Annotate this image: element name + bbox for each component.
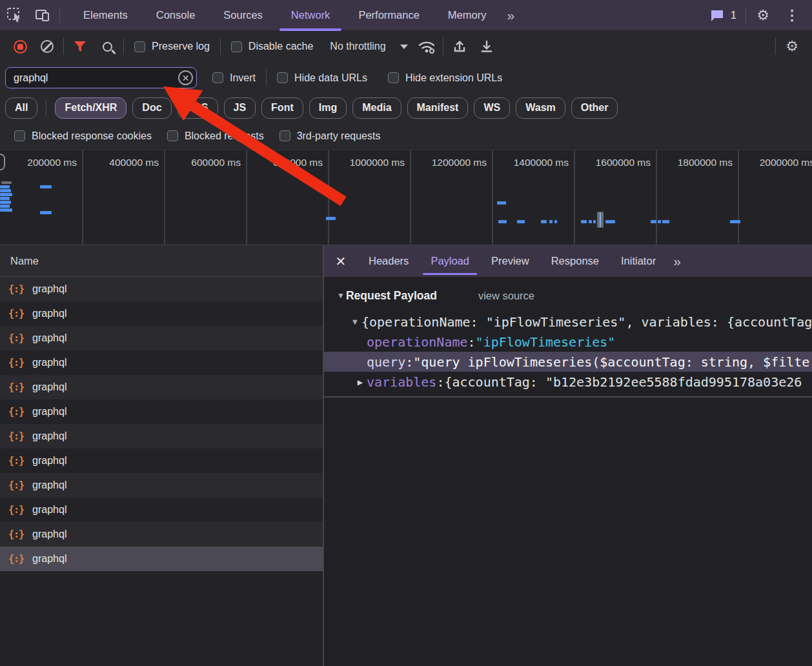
request-timing-bar[interactable]	[549, 220, 553, 223]
request-timing-bar[interactable]	[517, 220, 525, 223]
detail-tab-payload[interactable]: Payload	[420, 245, 480, 277]
checkbox[interactable]	[134, 41, 145, 52]
request-timing-bar[interactable]	[662, 220, 669, 223]
export-har-icon[interactable]	[473, 33, 500, 60]
request-timing-bar[interactable]	[730, 220, 740, 223]
request-timing-bar[interactable]	[0, 205, 10, 208]
device-toolbar-icon[interactable]	[28, 0, 57, 31]
request-timing-bar[interactable]	[593, 220, 596, 223]
request-row[interactable]: {:}graphql	[0, 522, 323, 547]
issues-message-icon[interactable]	[707, 0, 727, 31]
request-row[interactable]: {:}graphql	[0, 277, 323, 301]
request-timing-bar[interactable]	[541, 220, 547, 223]
disable-cache-checkbox[interactable]: Disable cache	[231, 41, 314, 52]
checkbox[interactable]	[212, 72, 223, 83]
record-network-log-button[interactable]	[6, 33, 34, 60]
tab-network[interactable]: Network	[277, 0, 345, 31]
search-icon[interactable]	[94, 33, 121, 60]
issues-count[interactable]: 1	[731, 10, 736, 21]
close-detail-icon[interactable]: ✕	[324, 245, 358, 277]
chip-all[interactable]: All	[5, 97, 37, 119]
request-timing-bar[interactable]	[589, 220, 592, 223]
request-timing-bar[interactable]	[1, 181, 12, 184]
detail-tab-preview[interactable]: Preview	[480, 245, 540, 277]
payload-tree-row[interactable]: query: "query ipFlowTimeseries($accountT…	[324, 352, 812, 372]
request-row[interactable]: {:}graphql	[0, 399, 323, 424]
chip-doc[interactable]: Doc	[132, 97, 171, 119]
detail-tab-headers[interactable]: Headers	[358, 245, 420, 277]
request-timing-bar[interactable]	[497, 201, 506, 205]
detail-tab-initiator[interactable]: Initiator	[610, 245, 667, 277]
overview-left-handle[interactable]	[0, 154, 5, 170]
checkbox[interactable]	[14, 130, 25, 141]
payload-tree-row[interactable]: ▼{operationName: "ipFlowTimeseries", var…	[324, 312, 812, 332]
request-timing-bar[interactable]	[0, 197, 10, 200]
more-panels-icon[interactable]: »	[500, 8, 520, 23]
filter-funnel-icon[interactable]	[66, 33, 94, 60]
request-row[interactable]: {:}graphql	[0, 547, 323, 571]
request-row[interactable]: {:}graphql	[0, 350, 323, 375]
request-timing-bar[interactable]	[40, 185, 52, 188]
import-har-icon[interactable]	[446, 33, 473, 60]
chip-font[interactable]: Font	[261, 97, 303, 119]
request-row[interactable]: {:}graphql	[0, 301, 323, 326]
request-row[interactable]: {:}graphql	[0, 375, 323, 399]
chip-ws[interactable]: WS	[474, 97, 510, 119]
request-timing-bar[interactable]	[651, 220, 656, 223]
tree-expander-icon[interactable]: ▶	[354, 377, 367, 387]
request-timing-bar[interactable]	[0, 185, 10, 188]
network-conditions-icon[interactable]	[413, 33, 440, 60]
request-timing-bar[interactable]	[40, 211, 52, 214]
kebab-menu-icon[interactable]: ⋮	[777, 7, 807, 24]
request-timing-bar[interactable]	[605, 220, 615, 223]
network-overview-timeline[interactable]: 200000 ms400000 ms600000 ms800000 ms1000…	[0, 150, 812, 245]
checkbox[interactable]	[167, 130, 178, 141]
hide-extension-urls-checkbox[interactable]: Hide extension URLs	[388, 72, 502, 84]
clear-filter-icon[interactable]: ✕	[178, 70, 193, 85]
tab-console[interactable]: Console	[142, 0, 210, 31]
payload-tree-row[interactable]: operationName: "ipFlowTimeseries"	[324, 332, 812, 352]
settings-gear-icon[interactable]: ⚙	[749, 0, 777, 31]
detail-tab-response[interactable]: Response	[540, 245, 610, 277]
checkbox[interactable]	[388, 72, 399, 83]
request-timing-bar[interactable]	[498, 220, 507, 223]
checkbox[interactable]	[279, 130, 290, 141]
selected-request-marker[interactable]	[597, 212, 604, 228]
request-timing-bar[interactable]	[0, 201, 11, 204]
request-row[interactable]: {:}graphql	[0, 449, 323, 473]
inspect-element-icon[interactable]	[0, 0, 28, 31]
request-payload-title[interactable]: Request Payload	[346, 289, 437, 303]
filter-input[interactable]	[5, 67, 197, 88]
checkbox[interactable]	[231, 41, 242, 52]
chip-manifest[interactable]: Manifest	[407, 97, 469, 119]
tab-elements[interactable]: Elements	[69, 0, 142, 31]
request-timing-bar[interactable]	[0, 189, 11, 192]
blocked-response-cookies-checkbox[interactable]: Blocked response cookies	[14, 130, 152, 142]
tree-expander-icon[interactable]: ▼	[349, 317, 361, 327]
request-timing-bar[interactable]	[554, 220, 557, 223]
request-row[interactable]: {:}graphql	[0, 498, 323, 522]
hide-data-urls-checkbox[interactable]: Hide data URLs	[277, 72, 367, 84]
tab-sources[interactable]: Sources	[209, 0, 277, 31]
network-settings-gear-icon[interactable]: ⚙	[778, 33, 806, 60]
chip-media[interactable]: Media	[352, 97, 401, 119]
request-timing-bar[interactable]	[658, 220, 661, 223]
more-detail-tabs-icon[interactable]: »	[667, 254, 686, 269]
chip-other[interactable]: Other	[571, 97, 618, 119]
request-timing-bar[interactable]	[0, 193, 12, 196]
chip-js[interactable]: JS	[224, 97, 256, 119]
request-row[interactable]: {:}graphql	[0, 424, 323, 449]
chip-img[interactable]: Img	[309, 97, 347, 119]
request-timing-bar[interactable]	[326, 217, 336, 220]
request-row[interactable]: {:}graphql	[0, 326, 323, 350]
preserve-log-checkbox[interactable]: Preserve log	[134, 41, 210, 52]
3rd-party-requests-checkbox[interactable]: 3rd-party requests	[279, 130, 381, 142]
checkbox[interactable]	[277, 72, 288, 83]
invert-checkbox[interactable]: Invert	[212, 72, 256, 84]
view-source-link[interactable]: view source	[478, 290, 534, 302]
tab-performance[interactable]: Performance	[344, 0, 433, 31]
request-timing-bar[interactable]	[0, 208, 12, 212]
clear-network-log-button[interactable]	[34, 33, 61, 60]
tab-memory[interactable]: Memory	[434, 0, 501, 31]
chip-fetchxhr[interactable]: Fetch/XHR	[55, 97, 127, 119]
